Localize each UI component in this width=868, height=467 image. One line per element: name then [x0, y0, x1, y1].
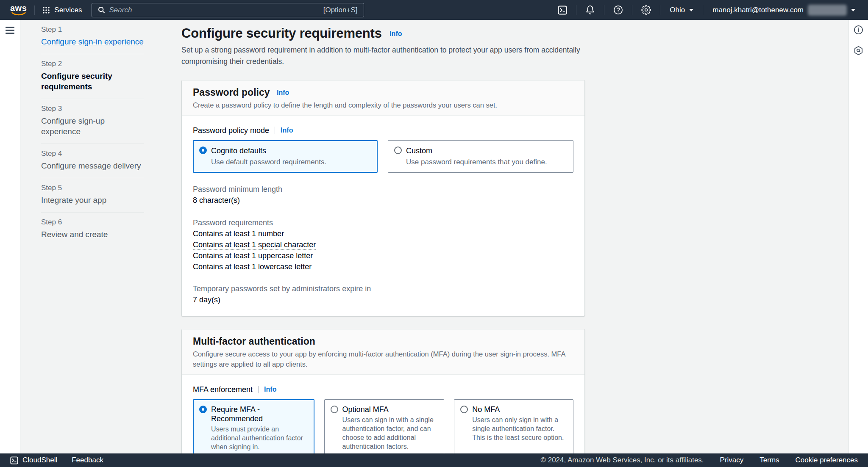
top-navigation-bar: aws Services Search [Option+S]: [0, 0, 868, 20]
mfa-card: Multi-factor authentication Configure se…: [181, 329, 585, 453]
footer-cloudshell-button[interactable]: CloudShell: [10, 456, 57, 464]
password-requirements-field: Password requirements Contains at least …: [193, 217, 573, 272]
user-email: manoj.khatri@tothenew.com: [712, 6, 804, 14]
aws-logo[interactable]: aws: [10, 4, 27, 16]
terms-link[interactable]: Terms: [760, 456, 779, 464]
field-label: Password requirements: [193, 217, 573, 228]
main-column: Configure security requirements Info Set…: [181, 20, 585, 453]
tile-title: Require MFA - Recommended: [211, 405, 285, 423]
radio-unselected-icon[interactable]: [460, 406, 468, 413]
radio-unselected-icon[interactable]: [331, 406, 338, 413]
page-description: Set up a strong password requirement in …: [181, 44, 584, 67]
label-divider: [258, 386, 259, 393]
mfa-enforcement-info-link[interactable]: Info: [264, 385, 276, 394]
requirement-item-tooltip: Contains at least 1 special character: [193, 239, 573, 250]
radio-selected-icon[interactable]: [199, 146, 207, 154]
cloudshell-terminal-icon: [10, 456, 18, 464]
wizard-step-5: Step 5 Integrate your app: [41, 178, 144, 213]
tile-description: Users can sign in with a single authenti…: [342, 415, 438, 451]
radio-unselected-icon[interactable]: [394, 146, 402, 154]
tile-description: Use default password requirements.: [211, 157, 326, 167]
redacted-account-id: [808, 5, 847, 16]
help-circle-icon: [613, 5, 623, 15]
page-info-link[interactable]: Info: [389, 30, 402, 37]
requirement-item: Contains at least 1 number: [193, 228, 573, 239]
step-review-and-create: Review and create: [41, 229, 144, 240]
search-shortcut-hint: [Option+S]: [323, 6, 358, 14]
wizard-step-6: Step 6 Review and create: [41, 213, 144, 246]
mfa-description: Configure secure access to your app by e…: [193, 349, 573, 369]
tile-title: Optional MFA: [342, 405, 417, 414]
wizard-step-3: Step 3 Configure sign-up experience: [41, 99, 144, 144]
cookie-preferences-link[interactable]: Cookie preferences: [796, 456, 858, 464]
password-policy-info-link[interactable]: Info: [277, 89, 289, 96]
services-label: Services: [54, 6, 82, 14]
mfa-enforcement-label: MFA enforcement: [193, 385, 253, 394]
wizard-step-2: Step 2 Configure security requirements: [41, 54, 144, 99]
step-configure-message-delivery: Configure message delivery: [41, 160, 144, 171]
content-area: Step 1 Configure sign-in experience Step…: [20, 20, 848, 453]
services-grid-icon: [42, 6, 50, 14]
region-selector[interactable]: Ohio: [660, 6, 703, 14]
notifications-button[interactable]: [576, 5, 604, 15]
search-input[interactable]: Search [Option+S]: [92, 3, 364, 17]
cloudshell-button[interactable]: [549, 6, 576, 15]
hamburger-menu-button[interactable]: [6, 27, 14, 36]
radio-tile-cognito-defaults[interactable]: Cognito defaults Use default password re…: [193, 140, 378, 173]
password-policy-title: Password policy: [193, 87, 270, 98]
services-menu-button[interactable]: Services: [42, 6, 82, 14]
field-label: Password minimum length: [193, 184, 573, 195]
requirement-item: Contains at least 1 lowercase letter: [193, 261, 573, 272]
step-link-configure-sign-in[interactable]: Configure sign-in experience: [41, 36, 144, 47]
requirement-item: Contains at least 1 uppercase letter: [193, 250, 573, 261]
privacy-link[interactable]: Privacy: [720, 456, 744, 464]
mfa-title: Multi-factor authentication: [193, 336, 315, 347]
resources-hexagon-icon: [854, 46, 863, 55]
aws-logo-text: aws: [10, 4, 27, 12]
chevron-down-icon: [851, 9, 855, 11]
temporary-password-expiry-field: Temporary passwords set by administrator…: [193, 283, 573, 306]
tile-description: Users must provide an additional authent…: [211, 425, 308, 451]
radio-selected-icon[interactable]: [199, 406, 207, 413]
radio-tile-no-mfa[interactable]: No MFA Users can only sign in with a sin…: [454, 399, 573, 453]
info-icon: [854, 25, 863, 35]
aws-smile-icon: [11, 12, 26, 16]
wizard-step-1: Step 1 Configure sign-in experience: [41, 20, 144, 54]
step-label: Step 2: [41, 59, 144, 69]
help-button[interactable]: [604, 5, 632, 15]
resources-panel-button[interactable]: [849, 40, 868, 61]
password-policy-mode-info-link[interactable]: Info: [281, 126, 293, 135]
region-label: Ohio: [670, 6, 685, 14]
password-policy-description: Create a password policy to define the l…: [193, 100, 573, 110]
search-icon: [98, 6, 105, 14]
gear-icon: [641, 5, 651, 15]
settings-button[interactable]: [632, 5, 660, 15]
radio-tile-custom[interactable]: Custom Use password requirements that yo…: [388, 140, 573, 173]
step-integrate-your-app: Integrate your app: [41, 195, 144, 205]
search-placeholder: Search: [109, 6, 132, 14]
tile-title: Cognito defaults: [211, 146, 326, 156]
password-policy-header: Password policy Info Create a password p…: [182, 80, 584, 116]
help-tools-panel: [848, 20, 868, 453]
radio-tile-optional-mfa[interactable]: Optional MFA Users can sign in with a si…: [324, 399, 445, 453]
password-minimum-length-field: Password minimum length 8 character(s): [193, 184, 573, 206]
account-menu[interactable]: manoj.khatri@tothenew.com: [703, 5, 863, 16]
page-title: Configure security requirements: [181, 26, 382, 41]
cloudshell-terminal-icon: [558, 6, 567, 15]
info-panel-button[interactable]: [849, 20, 868, 40]
label-divider: [275, 127, 275, 134]
topbar-divider: [34, 6, 35, 15]
step-configure-sign-up: Configure sign-up experience: [41, 116, 144, 137]
feedback-button[interactable]: Feedback: [72, 456, 103, 464]
password-policy-body: Password policy mode Info Cognito defaul…: [182, 116, 584, 316]
radio-tile-require-mfa[interactable]: Require MFA - Recommended Users must pro…: [193, 399, 314, 453]
side-navigation-strip: [0, 20, 20, 453]
mfa-header: Multi-factor authentication Configure se…: [182, 329, 584, 375]
password-policy-card: Password policy Info Create a password p…: [181, 80, 585, 316]
wizard-step-4: Step 4 Configure message delivery: [41, 144, 144, 178]
footer-bar: CloudShell Feedback © 2024, Amazon Web S…: [0, 453, 868, 467]
topbar-right-group: Ohio manoj.khatri@tothenew.com: [549, 5, 863, 16]
bell-icon: [585, 5, 595, 15]
wizard-steps-nav: Step 1 Configure sign-in experience Step…: [41, 20, 144, 246]
tile-description: Use password requirements that you defin…: [406, 157, 547, 167]
